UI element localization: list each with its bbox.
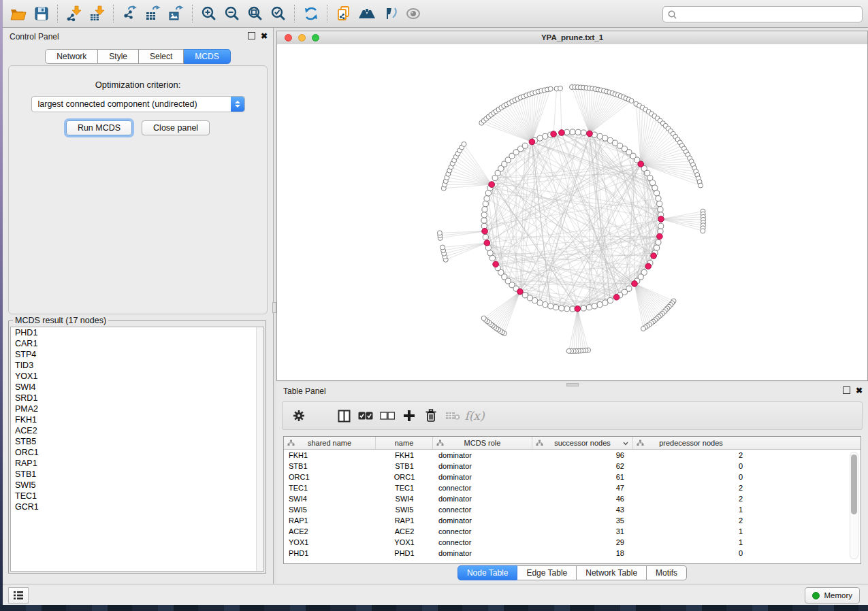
- function-builder-button[interactable]: f(x): [464, 406, 485, 426]
- hide-graphics-details-button[interactable]: [379, 3, 402, 24]
- save-session-button[interactable]: [30, 3, 53, 24]
- show-column-button[interactable]: [333, 406, 355, 426]
- table-row[interactable]: STB1STB1dominator620: [284, 461, 861, 472]
- memory-button[interactable]: Memory: [805, 587, 860, 604]
- close-table-panel-icon[interactable]: ✖: [856, 387, 863, 394]
- table-settings-button[interactable]: [288, 406, 310, 426]
- mcds-result-item[interactable]: TEC1: [11, 491, 263, 501]
- close-panel-icon[interactable]: ✖: [261, 33, 268, 39]
- table-row[interactable]: SWI4SWI4dominator462: [284, 493, 861, 504]
- table-panel-tabs: Node TableEdge TableNetwork TableMotifs: [276, 565, 868, 580]
- float-table-panel-icon[interactable]: [843, 386, 850, 394]
- tab-network-table[interactable]: Network Table: [577, 565, 647, 580]
- tab-style[interactable]: Style: [98, 49, 139, 64]
- import-table-button[interactable]: [86, 3, 109, 24]
- network-window-titlebar[interactable]: YPA_prune.txt_1: [277, 31, 867, 45]
- zoom-fit-button[interactable]: [244, 3, 267, 24]
- table-row[interactable]: ACE2ACE2connector311: [284, 526, 861, 537]
- search-field[interactable]: [662, 6, 863, 22]
- search-input[interactable]: [679, 7, 862, 21]
- mcds-result-item[interactable]: STP4: [11, 349, 263, 360]
- table-panel-title: Table Panel: [283, 386, 326, 396]
- mcds-result-item[interactable]: TID3: [11, 360, 263, 371]
- table-scrollbar[interactable]: [850, 452, 858, 559]
- mcds-result-item[interactable]: YOX1: [11, 371, 263, 382]
- deselect-all-button[interactable]: [376, 406, 398, 426]
- cytoscape-window: Control Panel ✖ NetworkStyleSelectMCDS O…: [3, 0, 868, 604]
- mcds-result-item[interactable]: PHD1: [11, 327, 263, 338]
- control-panel-title: Control Panel: [10, 32, 59, 42]
- zoom-selected-button[interactable]: [267, 3, 290, 24]
- unchecked-boxes-icon: [380, 412, 395, 420]
- refresh-icon: [303, 5, 319, 22]
- table-row[interactable]: RAP1RAP1dominator352: [284, 515, 861, 526]
- column-type-icon: [436, 440, 444, 446]
- column-header-mcds-role[interactable]: MCDS role: [433, 437, 532, 449]
- float-panel-icon[interactable]: [248, 32, 255, 39]
- mcds-result-item[interactable]: ACE2: [11, 425, 263, 436]
- table-scrollbar-thumb[interactable]: [851, 455, 857, 514]
- sort-chevron-icon[interactable]: [623, 442, 628, 446]
- table-row[interactable]: PHD1PHD1dominator180: [284, 548, 861, 559]
- tab-network[interactable]: Network: [45, 49, 98, 64]
- delete-table-icon: [445, 411, 460, 420]
- mcds-result-item[interactable]: SRD1: [11, 393, 263, 403]
- mcds-result-item[interactable]: GCR1: [11, 501, 263, 512]
- table-row[interactable]: ORC1ORC1dominator610: [284, 472, 861, 482]
- column-header-shared-name[interactable]: shared name: [284, 437, 376, 449]
- tab-motifs[interactable]: Motifs: [647, 565, 687, 580]
- open-file-button[interactable]: [7, 3, 30, 24]
- delete-column-button[interactable]: [420, 406, 442, 426]
- status-bar: Memory: [3, 584, 868, 605]
- mcds-result-item[interactable]: CAR1: [11, 338, 263, 349]
- import-table-icon: [89, 5, 106, 22]
- tab-mcds[interactable]: MCDS: [184, 49, 230, 64]
- control-panel-header: Control Panel ✖: [3, 28, 273, 44]
- run-mcds-button[interactable]: Run MCDS: [66, 120, 132, 135]
- zoom-in-button[interactable]: [197, 3, 221, 24]
- mcds-result-item[interactable]: SWI4: [11, 382, 263, 393]
- table-row[interactable]: YOX1YOX1connector291: [284, 537, 861, 548]
- select-all-button[interactable]: [355, 406, 376, 426]
- table-row[interactable]: TEC1TEC1connector472: [284, 482, 861, 493]
- create-column-button[interactable]: [398, 406, 420, 426]
- mcds-result-item[interactable]: SWI5: [11, 480, 263, 491]
- show-task-history-button[interactable]: [8, 587, 29, 604]
- zoom-out-button[interactable]: [221, 3, 244, 24]
- control-panel: Control Panel ✖ NetworkStyleSelectMCDS O…: [3, 28, 274, 584]
- delete-table-button[interactable]: [442, 406, 464, 426]
- mcds-result-scrollbar[interactable]: [256, 327, 263, 571]
- mcds-result-item[interactable]: PMA2: [11, 403, 263, 414]
- table-row[interactable]: FKH1FKH1dominator962: [284, 450, 861, 461]
- mcds-result-item[interactable]: STB1: [11, 469, 263, 480]
- table-row[interactable]: SWI5SWI5connector431: [284, 504, 861, 515]
- zoom-fit-icon: [247, 5, 263, 22]
- main-toolbar: [3, 0, 868, 28]
- table-panel-header: Table Panel ✖: [276, 382, 868, 399]
- mcds-result-item[interactable]: RAP1: [11, 458, 263, 469]
- column-header-name[interactable]: name: [376, 437, 433, 449]
- mcds-result-item[interactable]: ORC1: [11, 447, 263, 458]
- import-network-button[interactable]: [63, 3, 86, 24]
- show-graphics-details-button[interactable]: [402, 3, 425, 24]
- tab-edge-table[interactable]: Edge Table: [517, 565, 577, 580]
- criterion-select[interactable]: largest connected component (undirected): [31, 96, 245, 112]
- criterion-select-value: largest connected component (undirected): [32, 99, 197, 109]
- tab-select[interactable]: Select: [139, 49, 184, 64]
- desktop-background-bottom: [0, 604, 868, 611]
- control-panel-tabs: NetworkStyleSelectMCDS: [3, 49, 273, 64]
- export-network-button[interactable]: [118, 3, 142, 24]
- tab-node-table[interactable]: Node Table: [457, 565, 518, 580]
- refresh-layout-button[interactable]: [300, 3, 323, 24]
- column-header-successor-nodes[interactable]: successor nodes: [532, 437, 633, 449]
- mcds-result-item[interactable]: STB5: [11, 436, 263, 447]
- network-canvas[interactable]: [277, 44, 867, 380]
- mcds-result-item[interactable]: FKH1: [11, 414, 263, 425]
- network-window-title: YPA_prune.txt_1: [277, 33, 867, 42]
- export-image-button[interactable]: [165, 3, 188, 24]
- search-network-button[interactable]: [355, 3, 379, 24]
- close-panel-button[interactable]: Close panel: [142, 120, 210, 135]
- export-table-button[interactable]: [142, 3, 165, 24]
- column-header-predecessor-nodes[interactable]: predecessor nodes: [633, 437, 749, 449]
- duplicate-network-button[interactable]: [332, 3, 355, 24]
